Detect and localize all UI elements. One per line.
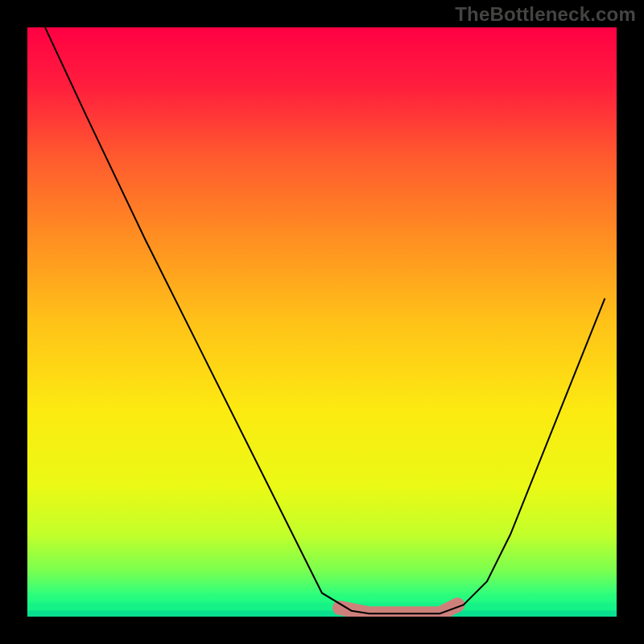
svg-rect-2 [27, 611, 617, 617]
chart-frame: TheBottleneck.com [0, 0, 644, 644]
chart-title [0, 0, 1, 1]
plot-area [27, 27, 617, 617]
green-bands [27, 593, 617, 617]
watermark-text: TheBottleneck.com [455, 3, 636, 26]
gradient-background [27, 27, 617, 617]
plot-svg [27, 27, 617, 617]
